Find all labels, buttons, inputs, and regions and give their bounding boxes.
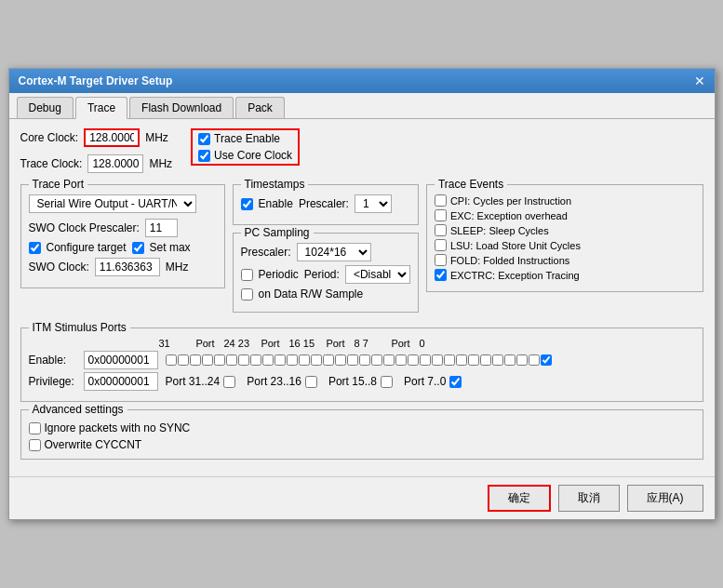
port-hdr-16: 16 15 (289, 338, 317, 349)
enable-port-10[interactable] (420, 354, 431, 366)
help-button[interactable]: 应用(A) (627, 485, 703, 512)
overwrite-cyccnt-row: Overwrite CYCCNT (29, 438, 695, 451)
enable-port-1[interactable] (529, 354, 540, 366)
enable-port-26[interactable] (226, 354, 237, 366)
trace-events-list: CPI: Cycles per Instruction EXC: Excepti… (435, 194, 695, 281)
trace-event-fold-label: FOLD: Folded Instructions (450, 255, 569, 266)
enable-port-15[interactable] (359, 354, 370, 366)
cancel-button[interactable]: 取消 (558, 485, 620, 512)
enable-port-30[interactable] (178, 354, 189, 366)
trace-port-select[interactable]: Serial Wire Output - UART/NRZ (29, 194, 196, 213)
trace-event-fold-checkbox[interactable] (435, 254, 447, 266)
periodic-label: Periodic (259, 268, 299, 281)
trace-event-sleep-checkbox[interactable] (435, 224, 447, 236)
trace-event-cpi-checkbox[interactable] (435, 194, 447, 207)
periodic-checkbox[interactable] (241, 269, 253, 281)
configure-target-checkbox[interactable] (29, 242, 41, 254)
port-15-8-checkbox[interactable] (381, 376, 393, 388)
enable-port-27[interactable] (214, 354, 225, 366)
itm-enable-input[interactable] (84, 351, 158, 369)
tab-pack[interactable]: Pack (235, 97, 285, 118)
ignore-sync-row: Ignore packets with no SYNC (29, 421, 695, 434)
enable-port-29[interactable] (190, 354, 201, 366)
enable-port-22[interactable] (274, 354, 286, 366)
col-mid: Timestamps Enable Prescaler: 1 PC Sampli… (233, 184, 419, 320)
enable-port-17[interactable] (335, 354, 346, 366)
enable-port-11[interactable] (408, 354, 419, 366)
itm-title: ITM Stimulus Ports (29, 321, 130, 334)
port-hdr-24: 24 23 (224, 338, 252, 349)
enable-port-18[interactable] (323, 354, 334, 366)
trace-clock-input[interactable] (87, 154, 143, 173)
port-hdr-0: 0 (420, 338, 425, 349)
main-columns: Trace Port Serial Wire Output - UART/NRZ… (20, 184, 703, 320)
enable-port-19[interactable] (311, 354, 322, 366)
trace-event-lsu-checkbox[interactable] (435, 239, 447, 251)
enable-port-checkboxes (166, 354, 552, 366)
close-button[interactable]: ✕ (694, 74, 705, 87)
set-max-checkbox[interactable] (132, 242, 144, 254)
timestamps-prescaler-select[interactable]: 1 (355, 194, 392, 213)
trace-event-sleep-label: SLEEP: Sleep Cycles (450, 225, 549, 236)
pc-prescaler-row: Prescaler: 1024*16 512*16 256*16 (241, 243, 410, 261)
trace-event-exc-checkbox[interactable] (435, 209, 447, 221)
trace-event-exctrc-checkbox[interactable] (435, 269, 447, 281)
enable-port-21[interactable] (287, 354, 298, 366)
trace-enable-label: Trace Enable (214, 132, 280, 145)
trace-enable-checkbox[interactable] (198, 133, 210, 145)
port-hdr-port4: Port (382, 338, 420, 349)
port-23-16-checkbox[interactable] (305, 376, 317, 388)
trace-event-cpi-label: CPI: Cycles per Instruction (450, 195, 571, 207)
enable-port-12[interactable] (395, 354, 407, 366)
enable-port-20[interactable] (299, 354, 310, 366)
itm-enable-label: Enable: (29, 354, 80, 367)
enable-port-23[interactable] (262, 354, 274, 366)
enable-port-3[interactable] (504, 354, 515, 366)
trace-event-fold: FOLD: Folded Instructions (435, 254, 695, 266)
enable-port-0[interactable] (541, 354, 552, 366)
advanced-section: Advanced settings Ignore packets with no… (20, 409, 703, 460)
enable-port-5[interactable] (480, 354, 491, 366)
tab-debug[interactable]: Debug (17, 97, 74, 118)
enable-port-6[interactable] (468, 354, 479, 366)
enable-port-8[interactable] (444, 354, 455, 366)
swo-clock-row: SWO Clock: MHz (29, 258, 217, 276)
enable-port-13[interactable] (383, 354, 395, 366)
enable-port-7[interactable] (456, 354, 467, 366)
overwrite-cyccnt-checkbox[interactable] (29, 439, 41, 451)
port-31-24-checkbox[interactable] (223, 376, 235, 388)
swo-clock-unit: MHz (166, 261, 189, 274)
on-data-label: on Data R/W Sample (259, 287, 364, 301)
core-clock-input[interactable] (84, 128, 140, 147)
port-7-0-checkbox[interactable] (449, 376, 462, 388)
tab-flash-download[interactable]: Flash Download (129, 97, 234, 118)
swo-prescaler-input[interactable] (145, 219, 178, 237)
ignore-sync-checkbox[interactable] (29, 422, 41, 434)
enable-port-31[interactable] (166, 354, 177, 366)
trace-event-exc-label: EXC: Exception overhead (450, 210, 568, 221)
enable-port-16[interactable] (347, 354, 358, 366)
enable-port-24[interactable] (250, 354, 261, 366)
use-core-clock-row: Use Core Clock (198, 149, 292, 162)
pc-sampling-group: PC Sampling Prescaler: 1024*16 512*16 25… (233, 233, 419, 313)
core-clock-row: Core Clock: MHz (20, 128, 173, 147)
enable-port-25[interactable] (238, 354, 249, 366)
enable-port-14[interactable] (371, 354, 382, 366)
swo-clock-input[interactable] (95, 258, 160, 276)
ok-button[interactable]: 确定 (488, 485, 551, 512)
trace-enable-row: Trace Enable (198, 132, 292, 145)
enable-port-28[interactable] (202, 354, 213, 366)
enable-port-4[interactable] (492, 354, 503, 366)
enable-port-2[interactable] (516, 354, 528, 366)
timestamps-enable-checkbox[interactable] (241, 198, 253, 210)
trace-event-sleep: SLEEP: Sleep Cycles (435, 224, 695, 236)
on-data-checkbox[interactable] (241, 288, 253, 301)
enable-port-9[interactable] (432, 354, 443, 366)
pc-prescaler-select[interactable]: 1024*16 512*16 256*16 (297, 243, 371, 261)
itm-privilege-input[interactable] (84, 372, 158, 391)
use-core-clock-checkbox[interactable] (198, 150, 210, 162)
tab-trace[interactable]: Trace (75, 97, 127, 119)
itm-port-3124-label: Port 31..24 (166, 375, 221, 388)
periodic-row: Periodic Period: <Disabled> (241, 265, 410, 284)
period-select[interactable]: <Disabled> (345, 265, 410, 284)
